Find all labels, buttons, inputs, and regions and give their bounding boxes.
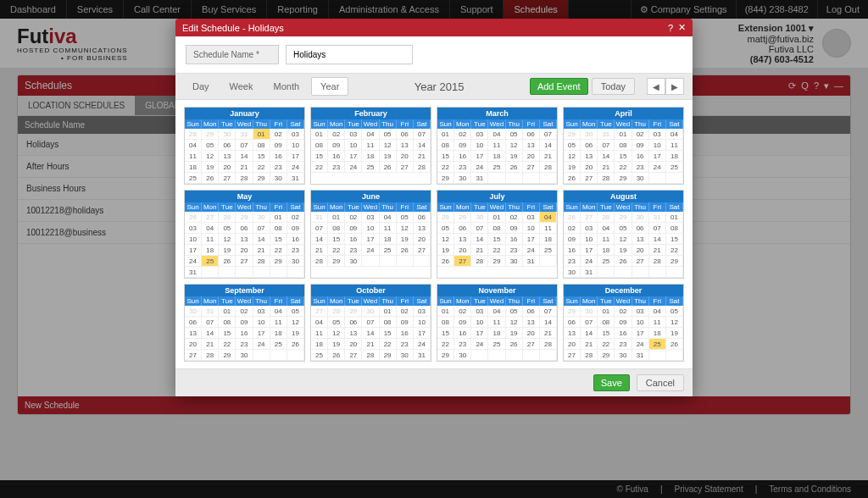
day-cell[interactable]: 13 <box>397 140 414 151</box>
day-cell[interactable]: 26 <box>202 173 219 184</box>
day-cell[interactable]: 02 <box>397 306 414 317</box>
day-cell[interactable]: 18 <box>540 234 557 245</box>
day-cell[interactable]: 02 <box>270 129 287 140</box>
day-cell[interactable]: 09 <box>397 317 414 328</box>
day-cell[interactable]: 14 <box>362 328 379 339</box>
day-cell[interactable]: 10 <box>523 223 540 234</box>
day-cell[interactable]: 30 <box>454 350 471 361</box>
day-cell[interactable]: 10 <box>345 140 362 151</box>
view-week[interactable]: Week <box>221 78 262 95</box>
day-cell[interactable]: 12 <box>615 234 632 245</box>
day-cell[interactable]: 09 <box>328 140 345 151</box>
day-cell[interactable]: 22 <box>437 339 454 350</box>
day-cell[interactable]: 20 <box>236 245 253 256</box>
day-cell[interactable]: 03 <box>414 306 431 317</box>
day-cell[interactable]: 08 <box>615 140 632 151</box>
day-cell[interactable]: 15 <box>311 151 328 162</box>
day-cell[interactable]: 17 <box>185 245 202 256</box>
day-cell[interactable]: 09 <box>345 223 362 234</box>
day-cell[interactable]: 23 <box>397 339 414 350</box>
day-cell[interactable]: 03 <box>471 306 488 317</box>
day-cell[interactable]: 24 <box>287 162 304 173</box>
day-cell[interactable]: 05 <box>380 129 397 140</box>
day-cell[interactable]: 07 <box>540 129 557 140</box>
day-cell[interactable]: 26 <box>506 339 523 350</box>
day-cell[interactable]: 18 <box>649 328 666 339</box>
day-cell[interactable]: 04 <box>202 223 219 234</box>
day-cell[interactable]: 01 <box>328 212 345 223</box>
day-cell[interactable]: 23 <box>328 162 345 173</box>
day-cell[interactable]: 27 <box>632 256 649 267</box>
day-cell[interactable]: 06 <box>632 223 649 234</box>
day-cell[interactable]: 26 <box>219 256 236 267</box>
day-cell[interactable]: 08 <box>437 140 454 151</box>
day-cell[interactable]: 11 <box>666 140 683 151</box>
day-cell[interactable]: 06 <box>219 140 236 151</box>
day-cell[interactable]: 18 <box>311 339 328 350</box>
day-cell[interactable]: 23 <box>345 245 362 256</box>
day-cell[interactable]: 15 <box>219 328 236 339</box>
day-cell[interactable]: 30 <box>615 350 632 361</box>
day-cell[interactable]: 26 <box>380 162 397 173</box>
today-button[interactable]: Today <box>592 78 635 95</box>
day-cell[interactable]: 08 <box>270 223 287 234</box>
day-cell[interactable]: 23 <box>506 245 523 256</box>
day-cell[interactable]: 30 <box>632 173 649 184</box>
day-cell[interactable]: 21 <box>311 245 328 256</box>
day-cell[interactable]: 23 <box>236 339 253 350</box>
add-event-button[interactable]: Add Event <box>530 78 588 95</box>
day-cell[interactable]: 03 <box>253 306 270 317</box>
day-cell[interactable]: 29 <box>598 350 615 361</box>
day-cell[interactable]: 05 <box>666 306 683 317</box>
day-cell[interactable]: 29 <box>270 256 287 267</box>
day-cell[interactable]: 04 <box>270 306 287 317</box>
day-cell[interactable]: 06 <box>236 223 253 234</box>
day-cell[interactable]: 05 <box>287 306 304 317</box>
day-cell[interactable]: 26 <box>666 339 683 350</box>
day-cell[interactable]: 14 <box>540 140 557 151</box>
day-cell[interactable]: 14 <box>598 151 615 162</box>
day-cell[interactable]: 31 <box>471 173 488 184</box>
day-cell[interactable]: 23 <box>564 256 581 267</box>
day-cell[interactable]: 16 <box>287 234 304 245</box>
day-cell[interactable]: 03 <box>649 129 666 140</box>
day-cell[interactable]: 05 <box>219 223 236 234</box>
day-cell[interactable]: 11 <box>488 317 505 328</box>
day-cell[interactable]: 30 <box>454 173 471 184</box>
day-cell[interactable]: 31 <box>581 267 598 278</box>
day-cell[interactable]: 03 <box>471 129 488 140</box>
day-cell[interactable]: 17 <box>471 151 488 162</box>
day-cell[interactable]: 24 <box>471 162 488 173</box>
day-cell[interactable]: 02 <box>615 306 632 317</box>
day-cell[interactable]: 21 <box>540 328 557 339</box>
day-cell[interactable]: 31 <box>414 350 431 361</box>
day-cell[interactable]: 13 <box>632 234 649 245</box>
day-cell[interactable]: 28 <box>362 350 379 361</box>
day-cell[interactable]: 29 <box>253 173 270 184</box>
day-cell[interactable]: 06 <box>564 317 581 328</box>
day-cell[interactable]: 02 <box>454 129 471 140</box>
day-cell[interactable]: 11 <box>649 317 666 328</box>
day-cell[interactable]: 27 <box>345 350 362 361</box>
day-cell[interactable]: 16 <box>328 151 345 162</box>
day-cell[interactable]: 07 <box>471 223 488 234</box>
day-cell[interactable]: 23 <box>287 245 304 256</box>
day-cell[interactable]: 01 <box>488 212 505 223</box>
day-cell[interactable]: 05 <box>328 317 345 328</box>
day-cell[interactable]: 09 <box>564 234 581 245</box>
day-cell[interactable]: 07 <box>236 140 253 151</box>
day-cell[interactable]: 29 <box>488 256 505 267</box>
day-cell[interactable]: 19 <box>564 162 581 173</box>
day-cell[interactable]: 27 <box>454 256 471 267</box>
day-cell[interactable]: 27 <box>414 245 431 256</box>
day-cell[interactable]: 16 <box>397 328 414 339</box>
day-cell[interactable]: 25 <box>311 350 328 361</box>
day-cell[interactable]: 12 <box>287 317 304 328</box>
day-cell[interactable]: 25 <box>598 256 615 267</box>
day-cell[interactable]: 20 <box>185 339 202 350</box>
day-cell[interactable]: 27 <box>219 173 236 184</box>
day-cell[interactable]: 05 <box>506 306 523 317</box>
day-cell[interactable]: 29 <box>666 256 683 267</box>
day-cell[interactable]: 29 <box>615 173 632 184</box>
day-cell[interactable]: 25 <box>540 245 557 256</box>
